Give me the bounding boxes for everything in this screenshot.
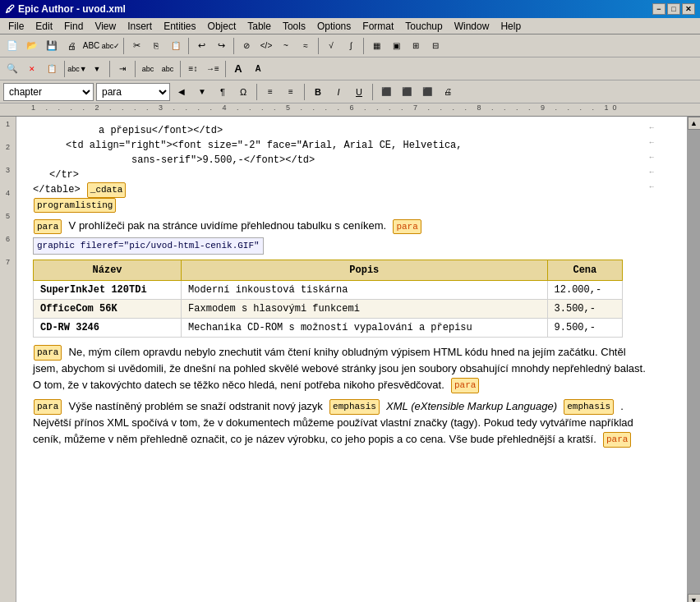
menu-touchup[interactable]: Touchup [400,20,447,33]
fontlarge-button[interactable]: A [229,60,247,78]
abc-button[interactable]: abc [139,60,157,78]
table-header-1: Název [34,260,182,280]
editor-container: 1 2 3 4 5 6 7 a přepisu</font></td> ← <t… [0,117,700,602]
programlisting-badge: programlisting [34,198,116,214]
cell-price-3: 9.500,- [547,318,623,337]
table-header-3: Cena [547,260,623,280]
menu-help[interactable]: Help [495,20,526,33]
para-line-3: para Výše nastíněný problém se snaží ods… [33,398,654,448]
copy-button[interactable]: ⎘ [147,37,165,55]
para-start-badge-3: para [34,399,62,415]
print2-button[interactable]: 🖨 [439,83,457,101]
menu-options[interactable]: Options [312,20,356,33]
scroll-down-button[interactable]: ▼ [688,594,701,602]
bold-button[interactable]: B [309,83,327,101]
menu-file[interactable]: File [3,20,29,33]
align-dropdown[interactable]: ▼ [193,83,211,101]
align-left-button[interactable]: ◀ [173,83,191,101]
editor-main[interactable]: a přepisu</font></td> ← <td align="right… [16,117,687,602]
save-button[interactable]: 💾 [43,37,61,55]
italic-button[interactable]: I [329,83,348,101]
xml-line-3: sans-serif">9.500,-</font></td> ← [33,153,654,168]
window-buttons: − □ ✕ [652,3,695,15]
sep9 [180,61,181,77]
linespacing-button[interactable]: ≡↕ [184,60,202,78]
xml-text-4: </tr> [49,169,79,181]
scroll-track[interactable] [688,130,700,594]
sep10 [225,61,226,77]
tabindent-button[interactable]: ⇥ [113,60,131,78]
para-content-3a: Výše nastíněný problém se snaží odstrani… [69,400,323,412]
spellcheck2-button[interactable]: abc✓ [102,37,120,55]
xml-text-5: </table> [33,184,81,195]
menu-object[interactable]: Object [203,20,242,33]
textsize-button[interactable]: abc▼ [68,60,86,78]
menu-view[interactable]: View [90,20,121,33]
menu-entities[interactable]: Entities [159,20,200,33]
menu-tools[interactable]: Tools [278,20,311,33]
tag-button[interactable]: </> [257,37,275,55]
sep6 [64,61,65,77]
indent-button[interactable]: →≡ [204,60,222,78]
minimize-button[interactable]: − [652,3,665,15]
omega-button[interactable]: Ω [234,83,252,101]
frame2-button[interactable]: ▣ [387,37,405,55]
formatbar: chapter para ◀ ▼ ¶ Ω ≡ ≡ B I U ⬛ ⬛ ⬛ 🖨 [0,80,700,103]
textsize-dropdown[interactable]: ▼ [88,60,106,78]
close-button[interactable]: ✕ [682,3,695,15]
menu-edit[interactable]: Edit [30,20,58,33]
menu-window[interactable]: Window [449,20,495,33]
print-button[interactable]: 🖨 [62,37,81,55]
color3-button[interactable]: ⬛ [418,83,436,101]
menu-insert[interactable]: Insert [122,20,157,33]
view2-button[interactable]: ⊟ [426,37,444,55]
xml-text-2: <td align="right"><font size="-2" face="… [66,140,462,151]
paste-button[interactable]: 📋 [167,37,185,55]
cut-button[interactable]: ✂ [127,37,145,55]
color1-button[interactable]: ⬛ [377,83,395,101]
para-start-badge-2: para [34,345,62,361]
clear-button[interactable]: ✕ [23,60,41,78]
table-row: CD-RW 3246 Mechanika CD-ROM s možností v… [34,318,623,337]
frame-button[interactable]: ▦ [367,37,385,55]
paragraph-button[interactable]: ¶ [214,83,232,101]
new-button[interactable]: 📄 [3,37,21,55]
math-button[interactable]: √ [322,37,340,55]
menu-format[interactable]: Format [357,20,398,33]
para-selector[interactable]: para [96,83,170,101]
clipboard-button[interactable]: 📋 [43,60,61,78]
menu-table[interactable]: Table [242,20,276,33]
para-content-1: V prohlížeči pak na stránce uvidíme přeh… [69,219,387,232]
scroll-up-button[interactable]: ▲ [688,117,701,130]
app-title: Epic Author - uvod.xml [18,3,126,15]
tag3-button[interactable]: ≈ [297,37,315,55]
cdata-badge: _cdata [87,182,127,198]
left-margin: 1 2 3 4 5 6 7 [0,117,16,602]
undo-button[interactable]: ↩ [192,37,210,55]
cell-name-2: OfficeCom 56K [34,299,182,318]
list2-button[interactable]: ≡ [282,83,300,101]
chapter-selector[interactable]: chapter [3,83,94,101]
redo-button[interactable]: ↪ [212,37,230,55]
math2-button[interactable]: ∫ [342,37,360,55]
graphic-line: graphic fileref="pic/uvod-html-cenik.GIF… [33,236,654,256]
color2-button[interactable]: ⬛ [398,83,416,101]
underline-button[interactable]: U [350,83,368,101]
ruler-marks: 1 . . . . 2 . . . . 3 . . . . 4 . . . . … [31,103,687,116]
cell-desc-2: Faxmodem s hlasovými funkcemi [182,299,547,318]
menu-find[interactable]: Find [59,20,88,33]
spellcheck-button[interactable]: ABC [82,37,100,55]
fontsmall-button[interactable]: A [249,60,267,78]
open-button[interactable]: 📂 [23,37,41,55]
para-start-badge-1: para [34,219,62,235]
view-button[interactable]: ⊞ [407,37,425,55]
sep4 [318,38,319,54]
search-button[interactable]: 🔍 [3,60,21,78]
maximize-button[interactable]: □ [667,3,680,15]
tag2-button[interactable]: ~ [277,37,295,55]
abc2-button[interactable]: abc [159,60,177,78]
list1-button[interactable]: ≡ [261,83,279,101]
sep8 [135,61,136,77]
xml-line-5: </table> _cdata ← [33,182,654,198]
strike-button[interactable]: ⊘ [237,37,256,55]
